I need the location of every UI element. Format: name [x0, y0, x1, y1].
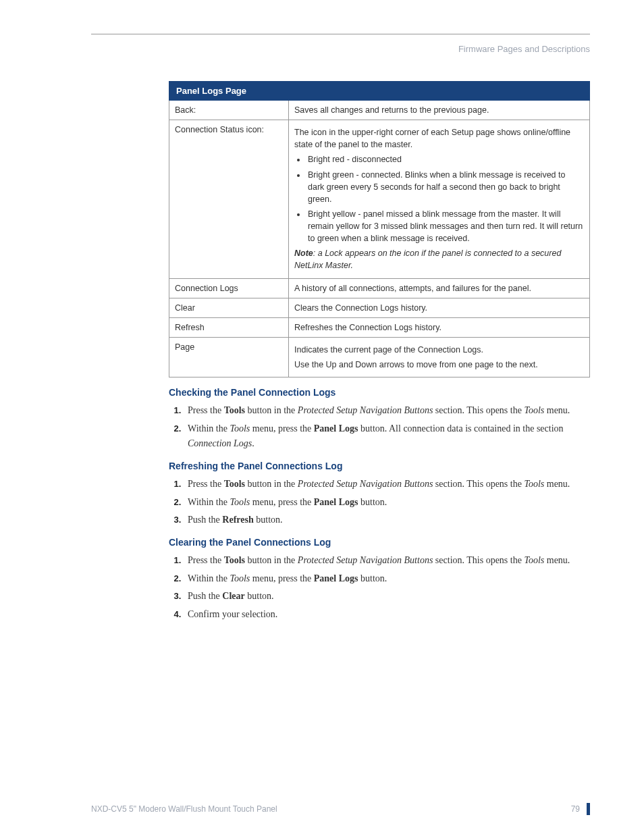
- row-label: Page: [169, 337, 289, 377]
- table-title: Panel Logs Page: [169, 82, 590, 101]
- steps-refreshing: Press the Tools button in the Protected …: [169, 477, 590, 527]
- steps-checking: Press the Tools button in the Protected …: [169, 403, 590, 451]
- row-desc: The icon in the upper-right corner of ea…: [289, 120, 590, 278]
- document-page: Firmware Pages and Descriptions Panel Lo…: [0, 0, 644, 834]
- panel-logs-table-wrap: Panel Logs Page Back:Saves all changes a…: [169, 81, 590, 377]
- footer-page-number: 79: [571, 804, 580, 814]
- row-label: Back:: [169, 101, 289, 120]
- row-desc: A history of all connections, attempts, …: [289, 278, 590, 298]
- list-item: Confirm your selection.: [184, 607, 590, 622]
- list-item: Within the Tools menu, press the Panel L…: [184, 571, 590, 586]
- section-breadcrumb: Firmware Pages and Descriptions: [91, 44, 590, 54]
- row-label: Connection Logs: [169, 278, 289, 298]
- table-row: Connection Status icon:The icon in the u…: [169, 120, 590, 278]
- list-item: Within the Tools menu, press the Panel L…: [184, 421, 590, 452]
- row-label: Connection Status icon:: [169, 120, 289, 278]
- row-desc: Saves all changes and returns to the pre…: [289, 101, 590, 120]
- table-row: Back:Saves all changes and returns to th…: [169, 101, 590, 120]
- row-desc: Indicates the current page of the Connec…: [289, 337, 590, 377]
- list-item: Within the Tools menu, press the Panel L…: [184, 495, 590, 510]
- list-item: Press the Tools button in the Protected …: [184, 477, 590, 492]
- row-desc: Clears the Connection Logs history.: [289, 298, 590, 317]
- table-row: Connection LogsA history of all connecti…: [169, 278, 590, 298]
- list-item: Press the Tools button in the Protected …: [184, 403, 590, 418]
- page-footer: NXD-CV5 5" Modero Wall/Flush Mount Touch…: [91, 803, 590, 815]
- table-row: RefreshRefreshes the Connection Logs his…: [169, 317, 590, 337]
- row-desc: Refreshes the Connection Logs history.: [289, 317, 590, 337]
- table-header-row: Panel Logs Page: [169, 82, 590, 101]
- table-row: PageIndicates the current page of the Co…: [169, 337, 590, 377]
- footer-product: NXD-CV5 5" Modero Wall/Flush Mount Touch…: [91, 804, 277, 814]
- section-title-refreshing: Refreshing the Panel Connections Log: [169, 461, 590, 471]
- row-label: Refresh: [169, 317, 289, 337]
- list-item: Push the Clear button.: [184, 589, 590, 604]
- panel-logs-table: Panel Logs Page Back:Saves all changes a…: [169, 81, 590, 377]
- table-row: ClearClears the Connection Logs history.: [169, 298, 590, 317]
- top-rule: [91, 34, 590, 34]
- row-label: Clear: [169, 298, 289, 317]
- list-item: Press the Tools button in the Protected …: [184, 553, 590, 568]
- list-item: Push the Refresh button.: [184, 513, 590, 527]
- steps-clearing: Press the Tools button in the Protected …: [169, 553, 590, 622]
- section-title-clearing: Clearing the Panel Connections Log: [169, 537, 590, 548]
- section-title-checking: Checking the Panel Connection Logs: [169, 387, 590, 398]
